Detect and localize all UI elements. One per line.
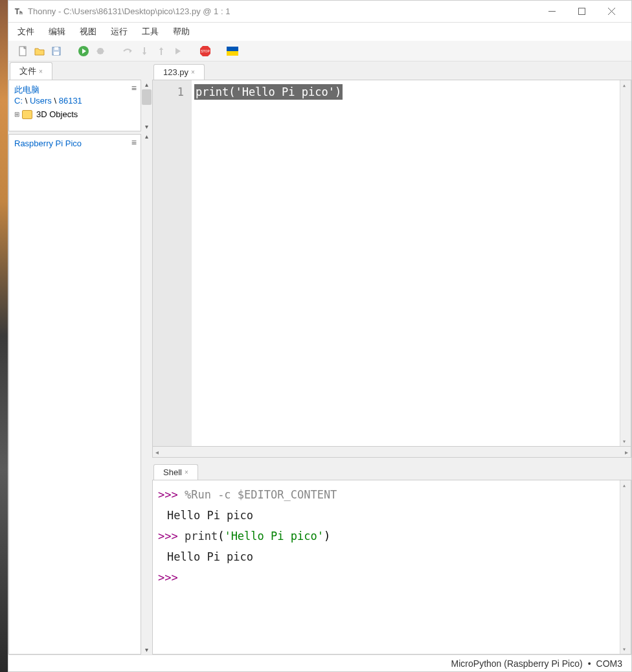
svg-text:STOP: STOP (201, 49, 210, 53)
panel-menu-icon[interactable]: ≡ (131, 83, 137, 93)
minimize-button[interactable] (537, 1, 567, 22)
titlebar[interactable]: Tₕ Thonny - C:\Users\86131\Desktop\pico\… (8, 1, 631, 23)
shell-prompt: >>> (158, 571, 185, 584)
window-title: Thonny - C:\Users\86131\Desktop\pico\123… (28, 6, 537, 16)
selected-code[interactable]: print('Hello Pi pico') (194, 84, 343, 100)
desktop-background-edge (0, 0, 8, 672)
file-path: C:\Users\86131\Desktop\pico\123.py (63, 6, 201, 16)
scroll-up-icon[interactable]: ▴ (144, 80, 150, 89)
debug-icon[interactable] (94, 45, 107, 58)
line-number: 1 (153, 84, 184, 100)
run-icon[interactable] (77, 45, 90, 58)
app-name: Thonny (28, 6, 56, 16)
thonny-window: Tₕ Thonny - C:\Users\86131\Desktop\pico\… (8, 0, 632, 672)
toolbar: STOP (8, 41, 631, 62)
menu-edit[interactable]: 编辑 (46, 24, 68, 39)
panel-menu-icon[interactable]: ≡ (131, 137, 137, 148)
shell-output-line: Hello Pi pico (158, 546, 626, 567)
line-number-gutter: 1 (153, 80, 192, 446)
shell-output[interactable]: >>> %Run -c $EDITOR_CONTENT Hello Pi pic… (152, 480, 631, 655)
editor-horizontal-scrollbar[interactable]: ◂▸ (152, 447, 631, 458)
menubar: 文件 编辑 视图 运行 工具 帮助 (8, 23, 631, 41)
svg-rect-1 (578, 8, 585, 15)
run-command: %Run -c $EDITOR_CONTENT (185, 488, 337, 501)
shell-prompt: >>> (158, 488, 185, 501)
scroll-down-icon[interactable]: ▾ (144, 645, 150, 655)
menu-file[interactable]: 文件 (15, 24, 37, 39)
close-icon[interactable]: × (185, 469, 188, 476)
port-label[interactable]: COM3 (596, 658, 622, 669)
close-icon[interactable]: × (191, 69, 195, 76)
shell-tab[interactable]: Shell × (153, 464, 198, 480)
device-files-panel[interactable]: ≡ Raspberry Pi Pico (8, 134, 141, 655)
scroll-down-icon[interactable]: ▾ (144, 122, 150, 131)
maximize-button[interactable] (567, 1, 596, 22)
shell-input-line[interactable]: >>> (158, 567, 626, 588)
menu-tools[interactable]: 工具 (139, 24, 161, 39)
stop-icon[interactable]: STOP (199, 45, 212, 58)
svg-rect-24 (227, 51, 238, 56)
code-content[interactable]: print('Hello Pi pico') (192, 80, 631, 446)
close-button[interactable] (596, 1, 626, 22)
save-file-icon[interactable] (50, 45, 63, 58)
status-separator: • (588, 658, 591, 669)
expand-icon[interactable]: ⊞ (14, 111, 19, 118)
scroll-right-icon[interactable]: ▸ (625, 449, 628, 456)
shell-tab-row: Shell × (152, 462, 631, 480)
current-path[interactable]: C: \ Users \ 86131 (14, 96, 135, 106)
code-editor[interactable]: 1 print('Hello Pi pico') (152, 80, 631, 447)
device-scrollbar[interactable]: ▴ ▾ (141, 131, 152, 655)
shell-output-line: Hello Pi pico (158, 505, 626, 526)
sidebar-tab-row: 文件× (8, 62, 152, 80)
svg-rect-23 (227, 47, 238, 51)
svg-rect-8 (54, 52, 59, 55)
menu-run[interactable]: 运行 (108, 24, 130, 39)
folder-3d-objects[interactable]: ⊞ 3D Objects (14, 108, 135, 120)
editor-area: 123.py × 1 print('Hello Pi pico') ◂▸ She… (152, 62, 631, 655)
folder-icon (22, 110, 32, 119)
open-file-icon[interactable] (33, 45, 46, 58)
svg-rect-7 (54, 47, 58, 50)
shell-prompt: >>> (158, 530, 185, 543)
svg-marker-17 (142, 52, 146, 55)
local-files-panel[interactable]: ≡ 此电脑 C: \ Users \ 86131 ⊞ 3D Objects (8, 80, 141, 131)
device-link[interactable]: Raspberry Pi Pico (14, 139, 135, 148)
step-out-icon[interactable] (155, 45, 168, 58)
menu-view[interactable]: 视图 (77, 24, 99, 39)
editor-tab-row: 123.py × (152, 62, 631, 80)
step-over-icon[interactable] (121, 45, 134, 58)
app-icon: Tₕ (14, 6, 24, 17)
main-area: 文件× ≡ 此电脑 C: \ Users \ 86131 ⊞ 3D Obje (8, 62, 631, 655)
scroll-up-icon[interactable]: ▴ (144, 131, 150, 141)
scroll-thumb[interactable] (142, 89, 152, 105)
shell-line: >>> print('Hello Pi pico') (158, 526, 626, 546)
statusbar: MicroPython (Raspberry Pi Pico) • COM3 (8, 655, 631, 671)
menu-help[interactable]: 帮助 (170, 24, 192, 39)
this-pc-link[interactable]: 此电脑 (14, 84, 135, 96)
step-into-icon[interactable] (138, 45, 151, 58)
svg-rect-0 (548, 11, 556, 12)
resume-icon[interactable] (172, 45, 185, 58)
new-file-icon[interactable] (16, 45, 29, 58)
shell-vertical-scrollbar[interactable] (620, 480, 631, 654)
editor-tab-123py[interactable]: 123.py × (153, 64, 205, 80)
svg-marker-20 (175, 48, 181, 54)
window-controls (537, 1, 626, 22)
close-icon[interactable]: × (39, 68, 43, 75)
sidebar-scrollbar[interactable]: ▴ ▾ (141, 80, 152, 131)
interpreter-label[interactable]: MicroPython (Raspberry Pi Pico) (451, 658, 583, 669)
scroll-left-icon[interactable]: ◂ (155, 449, 159, 456)
svg-marker-19 (159, 47, 163, 50)
cursor-position: @ 1 : 1 (201, 6, 231, 16)
files-sidebar: 文件× ≡ 此电脑 C: \ Users \ 86131 ⊞ 3D Obje (8, 62, 152, 655)
editor-vertical-scrollbar[interactable] (620, 80, 631, 446)
shell-line: >>> %Run -c $EDITOR_CONTENT (158, 484, 626, 505)
ukraine-flag-icon[interactable] (226, 45, 239, 58)
files-tab[interactable]: 文件× (10, 62, 52, 80)
